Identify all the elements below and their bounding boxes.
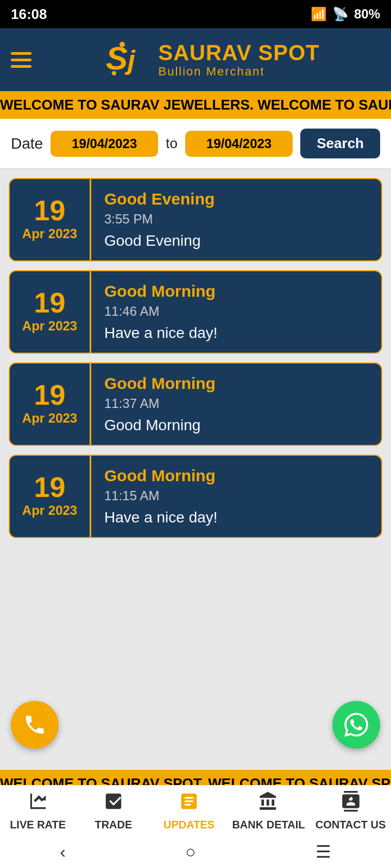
msg-title-3: Good Morning	[104, 467, 368, 485]
msg-day-1: 19	[34, 289, 66, 317]
live-rate-icon	[28, 791, 48, 816]
nav-item-live-rate[interactable]: LIVE RATE	[5, 791, 71, 831]
msg-body-1: Good Morning 11:46 AM Have a nice day!	[91, 271, 381, 353]
nav-label-trade: TRADE	[94, 819, 132, 831]
message-card-3[interactable]: 19 Apr 2023 Good Morning 11:15 AM Have a…	[9, 455, 382, 538]
home-button[interactable]: ○	[185, 842, 195, 862]
status-icons: 📶 📡 80%	[311, 7, 380, 22]
to-date-input[interactable]	[185, 131, 293, 157]
msg-content-3: Have a nice day!	[104, 509, 368, 526]
msg-content-1: Have a nice day!	[104, 324, 368, 342]
nav-item-bank-detail[interactable]: BANK DETAIL	[232, 791, 305, 831]
nav-item-contact-us[interactable]: CONTACT US	[316, 791, 386, 831]
recents-button[interactable]: ☰	[316, 841, 331, 862]
svg-point-2	[119, 42, 125, 47]
brand-sub: Bullion Merchant	[159, 65, 320, 79]
msg-content-0: Good Evening	[104, 232, 368, 250]
msg-body-0: Good Evening 3:55 PM Good Evening	[91, 179, 381, 260]
messages-content: 19 Apr 2023 Good Evening 3:55 PM Good Ev…	[0, 169, 391, 576]
top-ticker: WELCOME TO SAURAV JEWELLERS. WELCOME TO …	[0, 91, 391, 119]
nav-label-bank-detail: BANK DETAIL	[232, 819, 305, 831]
msg-date-0: 19 Apr 2023	[10, 179, 91, 260]
msg-body-3: Good Morning 11:15 AM Have a nice day!	[91, 456, 381, 537]
msg-month-year-3: Apr 2023	[22, 501, 77, 520]
date-filter: Date to Search	[0, 119, 391, 169]
message-card-2[interactable]: 19 Apr 2023 Good Morning 11:37 AM Good M…	[9, 362, 382, 446]
msg-time-0: 3:55 PM	[104, 212, 368, 227]
nav-label-contact-us: CONTACT US	[316, 819, 386, 831]
msg-month-year-2: Apr 2023	[22, 409, 77, 427]
date-label: Date	[11, 135, 43, 152]
back-button[interactable]: ‹	[60, 842, 66, 862]
msg-time-1: 11:46 AM	[104, 304, 368, 319]
whatsapp-float-button[interactable]	[332, 701, 380, 749]
msg-date-1: 19 Apr 2023	[10, 271, 91, 353]
message-card-0[interactable]: 19 Apr 2023 Good Evening 3:55 PM Good Ev…	[9, 178, 382, 261]
msg-title-2: Good Morning	[104, 374, 368, 393]
nav-label-updates: UPDATES	[163, 819, 215, 831]
msg-date-3: 19 Apr 2023	[10, 456, 91, 537]
signal-icon: 📶	[311, 7, 327, 22]
msg-date-2: 19 Apr 2023	[10, 363, 91, 445]
msg-time-2: 11:37 AM	[104, 396, 368, 411]
svg-point-3	[112, 71, 116, 75]
msg-month-year-1: Apr 2023	[22, 317, 77, 335]
battery-icon: 80%	[354, 7, 380, 22]
system-nav: ‹ ○ ☰	[0, 835, 391, 868]
msg-title-1: Good Morning	[104, 282, 368, 301]
msg-time-3: 11:15 AM	[104, 488, 368, 503]
phone-float-button[interactable]	[11, 701, 59, 749]
top-ticker-text: WELCOME TO SAURAV JEWELLERS. WELCOME TO …	[0, 97, 391, 113]
logo-area: S j SAURAV SPOT Bullion Merchant	[42, 38, 380, 81]
nav-item-updates[interactable]: UPDATES	[156, 791, 222, 831]
bank-detail-icon	[258, 791, 279, 816]
status-time: 16:08	[11, 6, 47, 23]
msg-day-2: 19	[34, 381, 66, 409]
brand-logo: S j	[103, 38, 152, 81]
msg-title-0: Good Evening	[104, 190, 368, 208]
nav-label-live-rate: LIVE RATE	[10, 819, 66, 831]
msg-body-2: Good Morning 11:37 AM Good Morning	[91, 363, 381, 445]
status-bar: 16:08 📶 📡 80%	[0, 0, 391, 28]
msg-content-2: Good Morning	[104, 417, 368, 434]
date-to-label: to	[166, 135, 178, 152]
wifi-icon: 📡	[332, 7, 349, 22]
msg-month-year-0: Apr 2023	[22, 225, 77, 243]
app-header: S j SAURAV SPOT Bullion Merchant	[0, 28, 391, 91]
brand-name: SAURAV SPOT	[159, 41, 320, 65]
bottom-nav: LIVE RATE TRADE UPDATES BANK DETAIL	[0, 785, 391, 835]
updates-icon	[179, 791, 199, 816]
trade-icon	[103, 791, 124, 816]
search-button[interactable]: Search	[300, 129, 380, 158]
message-card-1[interactable]: 19 Apr 2023 Good Morning 11:46 AM Have a…	[9, 270, 382, 354]
from-date-input[interactable]	[51, 131, 158, 157]
msg-day-3: 19	[34, 473, 66, 501]
contact-us-icon	[340, 791, 361, 816]
hamburger-menu[interactable]	[11, 52, 31, 68]
brand-text: SAURAV SPOT Bullion Merchant	[159, 41, 320, 79]
nav-item-trade[interactable]: TRADE	[81, 791, 146, 831]
msg-day-0: 19	[34, 196, 66, 225]
